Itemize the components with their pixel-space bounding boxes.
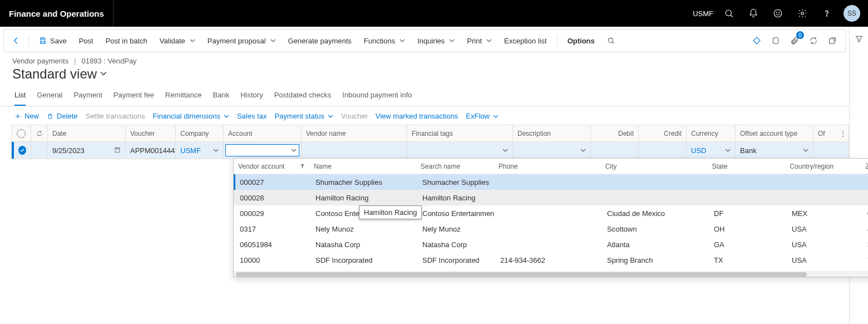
new-button[interactable]: New xyxy=(14,112,39,120)
bell-icon[interactable] xyxy=(742,0,765,27)
app-title: Finance and Operations xyxy=(0,0,114,27)
print-button[interactable]: Print xyxy=(461,33,497,48)
delete-button[interactable]: Delete xyxy=(47,112,78,120)
payment-proposal-button[interactable]: Payment proposal xyxy=(202,33,282,48)
filter-icon[interactable] xyxy=(851,31,867,47)
options-button[interactable]: Options xyxy=(562,33,600,48)
lookup-col-account[interactable]: Vendor account xyxy=(234,159,309,174)
svg-point-2 xyxy=(774,9,782,17)
lookup-hscrollbar[interactable] xyxy=(234,271,868,277)
smile-icon[interactable] xyxy=(767,0,789,27)
lookup-col-search[interactable]: Search name xyxy=(416,159,494,174)
chevron-down-icon[interactable] xyxy=(100,70,107,78)
col-offset-type[interactable]: Offset account type xyxy=(736,125,813,141)
col-voucher[interactable]: Voucher xyxy=(126,125,176,141)
chevron-down-icon xyxy=(190,37,195,45)
lookup-col-name[interactable]: Name xyxy=(309,159,416,174)
cell-voucher[interactable]: APPM001444 xyxy=(126,142,176,159)
avatar[interactable]: SS xyxy=(844,5,860,22)
financial-dimensions-button[interactable]: Financial dimensions xyxy=(153,112,229,120)
cell-vendor-name[interactable] xyxy=(302,142,407,159)
search-icon[interactable] xyxy=(718,0,740,27)
post-button[interactable]: Post xyxy=(73,33,99,48)
row-select[interactable] xyxy=(14,142,31,159)
office-icon[interactable] xyxy=(767,32,784,49)
actionbar-search-button[interactable] xyxy=(601,33,620,48)
tab-postdated[interactable]: Postdated checks xyxy=(274,87,332,106)
sales-tax-button[interactable]: Sales tax xyxy=(237,112,267,120)
tab-history[interactable]: History xyxy=(240,87,263,106)
tab-inbound[interactable]: Inbound payment info xyxy=(342,87,412,106)
col-credit[interactable]: Credit xyxy=(639,125,687,141)
cell-financial-tags[interactable] xyxy=(407,142,513,159)
cell-more[interactable] xyxy=(813,142,849,159)
col-account[interactable]: Account xyxy=(224,125,302,141)
select-all-column[interactable] xyxy=(12,125,31,141)
payment-status-button[interactable]: Payment status xyxy=(274,112,333,120)
exception-list-button[interactable]: Exception list xyxy=(499,33,553,48)
refresh-icon[interactable] xyxy=(805,32,822,49)
popout-icon[interactable] xyxy=(824,32,841,49)
lookup-col-city[interactable]: City xyxy=(601,159,708,174)
col-currency[interactable]: Currency xyxy=(687,125,736,141)
tab-list[interactable]: List xyxy=(14,87,26,106)
col-debit[interactable]: Debit xyxy=(591,125,639,141)
lookup-col-phone[interactable]: Phone xyxy=(494,159,601,174)
lookup-row[interactable]: 000027Shumacher SuppliesShumacher Suppli… xyxy=(234,174,868,190)
account-combo[interactable] xyxy=(225,144,299,156)
tab-remittance[interactable]: Remittance xyxy=(165,87,202,106)
diamond-icon[interactable] xyxy=(748,32,765,49)
attachment-badge: 0 xyxy=(796,31,804,39)
voucher-button: Voucher xyxy=(341,112,368,120)
cell-account[interactable] xyxy=(224,142,302,159)
calendar-icon[interactable] xyxy=(114,146,121,155)
chevron-down-icon xyxy=(486,37,492,45)
refresh-column-icon[interactable] xyxy=(31,125,48,141)
col-company[interactable]: Company xyxy=(176,125,224,141)
col-vendor-name[interactable]: Vendor name xyxy=(302,125,407,141)
cell-company[interactable]: USMF xyxy=(176,142,224,159)
legal-entity[interactable]: USMF xyxy=(693,9,713,18)
cell-credit[interactable] xyxy=(639,142,687,159)
col-financial-tags[interactable]: Financial tags xyxy=(407,125,513,141)
lookup-col-country[interactable]: Country/region xyxy=(785,159,861,174)
back-button[interactable] xyxy=(8,33,24,48)
cell-description[interactable] xyxy=(513,142,591,159)
lookup-header: Vendor account Name Search name Phone Ci… xyxy=(234,159,868,174)
generate-payments-button[interactable]: Generate payments xyxy=(283,33,357,48)
help-icon[interactable] xyxy=(816,0,838,27)
tab-bank[interactable]: Bank xyxy=(213,87,230,106)
gear-icon[interactable] xyxy=(791,0,813,27)
save-button[interactable]: Save xyxy=(33,33,72,48)
grid-row[interactable]: 9/25/2023 APPM001444 USMF USD Bank xyxy=(12,142,849,159)
breadcrumb-page[interactable]: Vendor payments xyxy=(12,57,68,65)
post-batch-button[interactable]: Post in batch xyxy=(100,33,153,48)
view-marked-button[interactable]: View marked transactions xyxy=(376,112,458,120)
exflow-button[interactable]: ExFlow xyxy=(466,112,499,120)
cell-debit[interactable] xyxy=(591,142,639,159)
lookup-row[interactable]: 10000SDF IncorporatedSDF Incorporated214… xyxy=(234,252,868,268)
tab-payment-fee[interactable]: Payment fee xyxy=(114,87,154,106)
lookup-col-state[interactable]: State xyxy=(708,159,786,174)
breadcrumb-detail: 01893 : VendPay xyxy=(82,57,137,65)
validate-button[interactable]: Validate xyxy=(154,33,201,48)
functions-button[interactable]: Functions xyxy=(358,33,411,48)
attachment-icon[interactable]: 0 xyxy=(786,32,803,49)
lookup-row[interactable]: 000028Hamilton RacingHamilton Racing xyxy=(234,190,868,205)
view-title[interactable]: Standard view xyxy=(12,66,97,82)
lookup-row[interactable]: 06051984Natasha CorpNatasha CorpAtlantaG… xyxy=(234,237,868,252)
lookup-row[interactable]: 000029Contoso EnterContoso EntertainmenC… xyxy=(234,205,868,221)
vendor-lookup-dropdown[interactable]: Vendor account Name Search name Phone Ci… xyxy=(233,158,868,277)
col-date[interactable]: Date xyxy=(48,125,126,141)
cell-offset-type[interactable]: Bank xyxy=(736,142,813,159)
cell-date[interactable]: 9/25/2023 xyxy=(48,142,126,159)
tab-general[interactable]: General xyxy=(37,87,62,106)
lookup-row[interactable]: 0317Nely MunozNely MunozScottownOHUSA45 xyxy=(234,221,868,237)
inquiries-button[interactable]: Inquiries xyxy=(412,33,460,48)
lookup-col-zip[interactable]: ZI xyxy=(861,159,868,174)
col-more[interactable]: Of ⋮ xyxy=(813,125,849,141)
tab-payment[interactable]: Payment xyxy=(73,87,102,106)
cell-currency[interactable]: USD xyxy=(687,142,736,159)
tabs: List General Payment Payment fee Remitta… xyxy=(0,82,849,106)
col-description[interactable]: Description xyxy=(513,125,591,141)
